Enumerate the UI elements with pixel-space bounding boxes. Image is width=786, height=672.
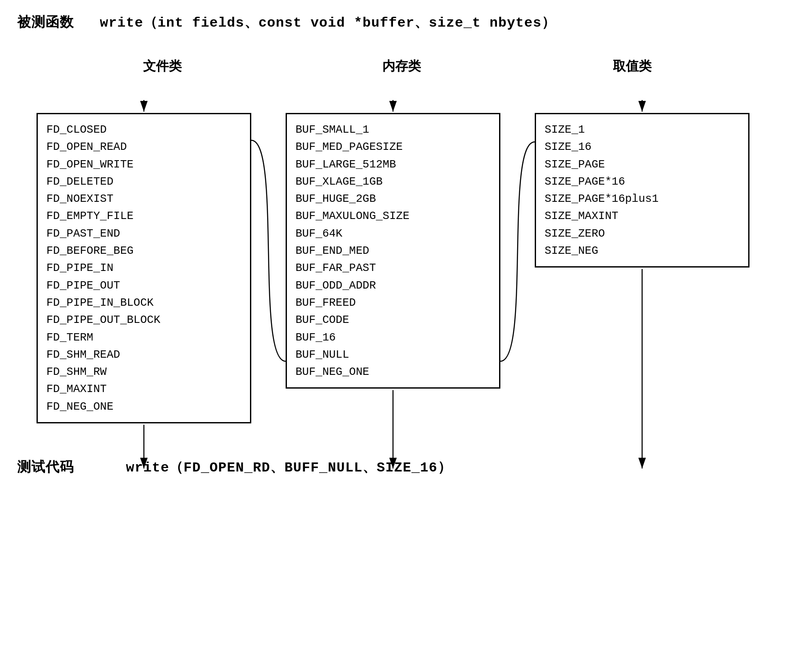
box1-item-15: FD_SHM_RW <box>46 363 241 380</box>
box1-item-12: FD_PIPE_OUT_BLOCK <box>46 311 241 328</box>
box1-item-17: FD_NEG_ONE <box>46 398 241 415</box>
box2-item-10: BUF_ODD_ADDR <box>296 277 490 294</box>
box1-item-8: FD_BEFORE_BEG <box>46 242 241 259</box>
header-signature: write（int fields、const void *buffer、size… <box>100 15 556 31</box>
box2-item-14: BUF_NULL <box>296 346 490 363</box>
box1-item-7: FD_PAST_END <box>46 225 241 242</box>
box3-item-1: SIZE_1 <box>545 121 740 138</box>
box1-item-3: FD_OPEN_WRITE <box>46 156 241 173</box>
box1-item-10: FD_PIPE_OUT <box>46 277 241 294</box>
box2-item-3: BUF_LARGE_512MB <box>296 156 490 173</box>
memory-class-box: BUF_SMALL_1 BUF_MED_PAGESIZE BUF_LARGE_5… <box>286 113 500 389</box>
category-label-memory: 内存类 <box>303 58 500 75</box>
box3-item-8: SIZE_NEG <box>545 242 740 259</box>
box1-item-13: FD_TERM <box>46 329 241 346</box>
box2-item-5: BUF_HUGE_2GB <box>296 190 490 207</box>
box2-item-7: BUF_64K <box>296 225 490 242</box>
box3-item-7: SIZE_ZERO <box>545 225 740 242</box>
category-label-values: 取值类 <box>542 58 722 75</box>
footer-prefix: 测试代码 <box>17 460 74 476</box>
box2-item-9: BUF_FAR_PAST <box>296 259 490 277</box>
box2-item-8: BUF_END_MED <box>296 242 490 259</box>
boxes-row: FD_CLOSED FD_OPEN_READ FD_OPEN_WRITE FD_… <box>17 113 769 423</box>
box1-item-5: FD_NOEXIST <box>46 190 241 207</box>
box1-item-1: FD_CLOSED <box>46 121 241 138</box>
arrow-spacer <box>17 79 769 113</box>
box1-item-16: FD_MAXINT <box>46 380 241 398</box>
box3-item-4: SIZE_PAGE*16 <box>545 173 740 190</box>
box3-item-3: SIZE_PAGE <box>545 156 740 173</box>
category-labels-row: 文件类 内存类 取值类 <box>17 58 769 75</box>
box2-item-4: BUF_XLAGE_1GB <box>296 173 490 190</box>
box2-item-1: BUF_SMALL_1 <box>296 121 490 138</box>
header-line: 被测函数 write（int fields、const void *buffer… <box>17 13 769 32</box>
footer-line: 测试代码 write（FD_OPEN_RD、BUFF_NULL、SIZE_16） <box>17 458 769 477</box>
footer-call: write（FD_OPEN_RD、BUFF_NULL、SIZE_16） <box>126 460 451 476</box>
box3-item-6: SIZE_MAXINT <box>545 207 740 225</box>
footer-area: 测试代码 write（FD_OPEN_RD、BUFF_NULL、SIZE_16） <box>17 458 769 477</box>
page-container: 被测函数 write（int fields、const void *buffer… <box>0 0 786 672</box>
box2-item-6: BUF_MAXULONG_SIZE <box>296 207 490 225</box>
box2-item-15: BUF_NEG_ONE <box>296 363 490 380</box>
box2-item-13: BUF_16 <box>296 329 490 346</box>
box2-item-11: BUF_FREED <box>296 294 490 311</box>
category-label-files: 文件类 <box>64 58 261 75</box>
box2-item-12: BUF_CODE <box>296 311 490 328</box>
box1-item-9: FD_PIPE_IN <box>46 259 241 277</box>
box3-item-5: SIZE_PAGE*16plus1 <box>545 190 740 207</box>
box1-item-14: FD_SHM_READ <box>46 346 241 363</box>
box1-item-6: FD_EMPTY_FILE <box>46 207 241 225</box>
file-class-box: FD_CLOSED FD_OPEN_READ FD_OPEN_WRITE FD_… <box>37 113 251 423</box>
value-class-box: SIZE_1 SIZE_16 SIZE_PAGE SIZE_PAGE*16 SI… <box>535 113 749 268</box>
box1-item-11: FD_PIPE_IN_BLOCK <box>46 294 241 311</box>
box1-item-2: FD_OPEN_READ <box>46 138 241 155</box>
box3-item-2: SIZE_16 <box>545 138 740 155</box>
header-prefix: 被测函数 <box>17 15 74 31</box>
box2-item-2: BUF_MED_PAGESIZE <box>296 138 490 155</box>
box1-item-4: FD_DELETED <box>46 173 241 190</box>
